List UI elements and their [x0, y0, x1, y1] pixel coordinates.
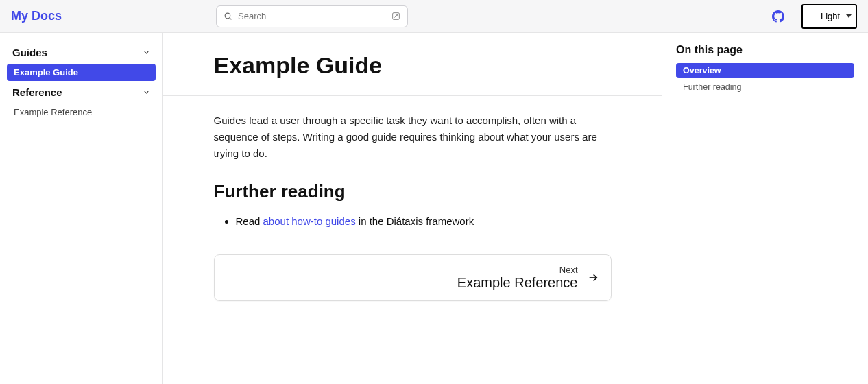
sidebar-item-example-reference[interactable]: Example Reference [7, 104, 156, 121]
toc-item-further-reading[interactable]: Further reading [676, 80, 854, 95]
list-item: Read about how-to guides in the Diátaxis… [236, 213, 612, 230]
github-icon[interactable] [772, 10, 784, 23]
sidebar-group-label: Reference [12, 86, 62, 98]
intro-paragraph: Guides lead a user through a specific ta… [214, 112, 612, 162]
main-content: Example Guide Guides lead a user through… [163, 33, 662, 384]
arrow-right-icon [588, 272, 599, 283]
table-of-contents: On this page Overview Further reading [662, 33, 868, 384]
svg-line-1 [230, 18, 231, 19]
sidebar-item-example-guide[interactable]: Example Guide [7, 64, 156, 81]
page-title: Example Guide [214, 33, 612, 95]
theme-selector[interactable]: Light [801, 4, 857, 29]
divider [793, 10, 793, 23]
sidebar-group-guides[interactable]: Guides [7, 43, 156, 62]
search-icon [224, 12, 232, 21]
bullet-prefix-text: Read [236, 215, 263, 227]
section-further-reading: Further reading [214, 181, 612, 202]
sidebar-group-reference[interactable]: Reference [7, 82, 156, 102]
next-page-card[interactable]: Next Example Reference [214, 254, 612, 301]
top-header: My Docs Search Light [0, 0, 868, 33]
sidebar-nav: Guides Example Guide Reference Example R… [0, 33, 163, 384]
how-to-guides-link[interactable]: about how-to guides [263, 215, 356, 227]
next-label: Next [457, 265, 578, 275]
next-title: Example Reference [457, 275, 578, 291]
search-button[interactable]: Search [216, 5, 408, 27]
svg-point-0 [225, 13, 230, 19]
site-title[interactable]: My Docs [11, 9, 62, 23]
sidebar-group-label: Guides [12, 47, 47, 58]
search-placeholder: Search [238, 11, 391, 21]
toc-title: On this page [676, 44, 854, 56]
divider [163, 95, 662, 96]
shortcut-icon [391, 12, 400, 21]
chevron-down-icon [143, 49, 150, 56]
chevron-down-icon [143, 88, 150, 96]
toc-item-overview[interactable]: Overview [676, 63, 854, 78]
bullet-suffix-text: in the Diátaxis framework [356, 215, 474, 227]
